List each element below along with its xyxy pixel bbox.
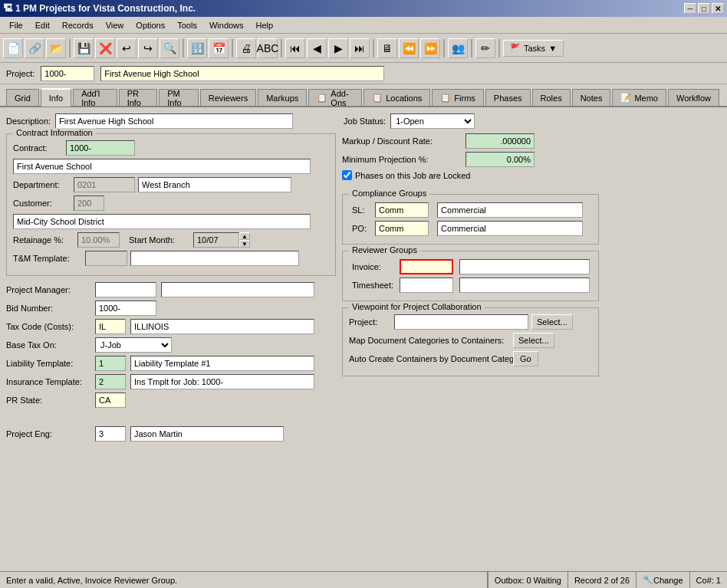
po-code-field[interactable]: [375, 221, 429, 236]
department-code-field[interactable]: [74, 177, 135, 192]
insurance-template-code-field[interactable]: [95, 374, 126, 389]
tab-phases[interactable]: Phases: [485, 89, 531, 106]
project-manager-name-field[interactable]: [161, 282, 314, 297]
toolbar-delete[interactable]: ❌: [95, 38, 115, 58]
toolbar: 📄 🔗 📂 💾 ❌ ↩ ↪ 🔍 🔢 📅 🖨 ABC ⏮ ◀ ▶ ⏭ 🖥 ⏪ ⏩ …: [0, 34, 727, 63]
markup-field[interactable]: [465, 133, 535, 149]
close-button[interactable]: ✕: [712, 3, 724, 14]
menu-records[interactable]: Records: [56, 19, 100, 31]
tab-grid[interactable]: Grid: [6, 89, 39, 106]
tm-template-code-field[interactable]: [85, 251, 127, 266]
timesheet-reviewer-code-field[interactable]: [400, 278, 453, 293]
project-id-field[interactable]: [41, 66, 94, 81]
toolbar-save[interactable]: 💾: [74, 38, 94, 58]
toolbar-fwd[interactable]: ⏩: [420, 38, 440, 58]
po-name-field[interactable]: [437, 221, 583, 236]
sl-row: SL:: [349, 201, 592, 219]
markup-row: Markup / Discount Rate:: [342, 133, 721, 149]
toolbar-calc[interactable]: 🔢: [187, 38, 207, 58]
sl-name-field[interactable]: [437, 202, 583, 218]
tab-pr-info[interactable]: PR Info: [119, 89, 158, 106]
toolbar-open[interactable]: 📂: [46, 38, 66, 58]
tab-locations[interactable]: 📋 Locations: [364, 89, 430, 106]
pr-state-field[interactable]: [95, 393, 126, 408]
toolbar-last[interactable]: ⏭: [350, 38, 370, 58]
tab-roles[interactable]: Roles: [532, 89, 571, 106]
tab-add-ons[interactable]: 📋 Add-Ons: [308, 89, 362, 106]
department-name-field[interactable]: [138, 177, 291, 192]
invoice-reviewer-code-field[interactable]: [400, 259, 453, 274]
liability-template-name-field[interactable]: [130, 356, 314, 371]
bid-number-field[interactable]: [95, 301, 156, 316]
toolbar-next[interactable]: ▶: [328, 38, 348, 58]
customer-name-field[interactable]: [13, 214, 311, 229]
tax-code-name-field[interactable]: [130, 319, 314, 334]
insurance-template-name-field[interactable]: [130, 374, 314, 389]
tab-markups[interactable]: Markups: [258, 89, 307, 106]
phases-locked-checkbox[interactable]: [342, 170, 352, 180]
job-status-combo[interactable]: 1-Open: [390, 113, 475, 129]
customer-code-field[interactable]: [74, 195, 104, 211]
tab-reviewers[interactable]: Reviewers: [200, 89, 256, 106]
tm-template-name-field[interactable]: [130, 251, 299, 266]
viewpoint-box: Viewpoint for Project Collaboration Proj…: [342, 307, 599, 376]
menu-options[interactable]: Options: [130, 19, 171, 31]
invoice-reviewer-name-field[interactable]: [459, 259, 590, 274]
toolbar-spell[interactable]: ABC: [258, 38, 278, 58]
viewpoint-select2-button[interactable]: Select...: [513, 333, 554, 348]
menu-tools[interactable]: Tools: [171, 19, 203, 31]
sl-code-field[interactable]: [375, 202, 429, 218]
start-month-field[interactable]: [193, 232, 239, 248]
viewpoint-select1-button[interactable]: Select...: [531, 314, 573, 330]
toolbar-edit2[interactable]: ✏: [475, 38, 495, 58]
tab-info[interactable]: Info: [41, 88, 71, 107]
viewpoint-project-field[interactable]: [394, 314, 528, 330]
start-month-up[interactable]: ▲: [239, 232, 250, 240]
tab-notes[interactable]: Notes: [572, 89, 611, 106]
tab-memo[interactable]: 📝 Memo: [612, 89, 666, 106]
timesheet-reviewer-name-field[interactable]: [459, 278, 590, 293]
customer-row: Customer:: [13, 195, 329, 211]
go-button[interactable]: Go: [513, 351, 538, 366]
tax-code-code-field[interactable]: [95, 319, 126, 334]
tab-firms[interactable]: 📋 Firms: [432, 89, 484, 106]
tab-workflow[interactable]: Workflow: [668, 89, 719, 106]
menu-view[interactable]: View: [100, 19, 130, 31]
description-field[interactable]: [55, 113, 293, 129]
menu-help[interactable]: Help: [250, 19, 280, 31]
project-eng-name-field[interactable]: [130, 426, 284, 442]
project-eng-code-field[interactable]: [95, 426, 126, 442]
minimize-button[interactable]: ─: [684, 3, 696, 14]
menu-edit[interactable]: Edit: [29, 19, 56, 31]
project-name-field[interactable]: [100, 66, 384, 81]
toolbar-back[interactable]: ⏪: [399, 38, 419, 58]
start-month-down[interactable]: ▼: [239, 240, 250, 248]
phases-locked-label: Phases on this Job are Locked: [355, 171, 470, 180]
toolbar-calendar[interactable]: 📅: [209, 38, 229, 58]
project-manager-code-field[interactable]: [95, 282, 156, 297]
tab-addl-info[interactable]: Add'l Info: [73, 89, 117, 106]
menu-windows[interactable]: Windows: [203, 19, 250, 31]
min-projection-field[interactable]: [465, 152, 535, 167]
toolbar-new[interactable]: 📄: [3, 38, 23, 58]
tab-pm-info[interactable]: PM Info: [159, 89, 199, 106]
tasks-button[interactable]: 🚩 Tasks ▼: [503, 40, 564, 57]
contract-code-field[interactable]: [66, 140, 135, 156]
toolbar-link[interactable]: 🔗: [25, 38, 44, 58]
toolbar-first[interactable]: ⏮: [285, 38, 305, 58]
toolbar-search[interactable]: 🔍: [160, 38, 179, 58]
toolbar-prev[interactable]: ◀: [307, 38, 327, 58]
toolbar-monitor[interactable]: 🖥: [377, 38, 397, 58]
toolbar-users[interactable]: 👥: [448, 38, 468, 58]
retainage-field[interactable]: [77, 232, 120, 248]
toolbar-undo[interactable]: ↩: [117, 38, 137, 58]
maximize-button[interactable]: □: [698, 3, 710, 14]
customer-name-row: [13, 214, 329, 229]
base-tax-combo[interactable]: J-Job: [95, 337, 172, 353]
toolbar-print[interactable]: 🖨: [236, 38, 256, 58]
toolbar-redo[interactable]: ↪: [138, 38, 158, 58]
invoice-reviewer-row: Invoice:: [349, 258, 593, 276]
contract-name-field[interactable]: [13, 159, 311, 174]
menu-file[interactable]: File: [3, 19, 29, 31]
liability-template-code-field[interactable]: [95, 356, 126, 371]
